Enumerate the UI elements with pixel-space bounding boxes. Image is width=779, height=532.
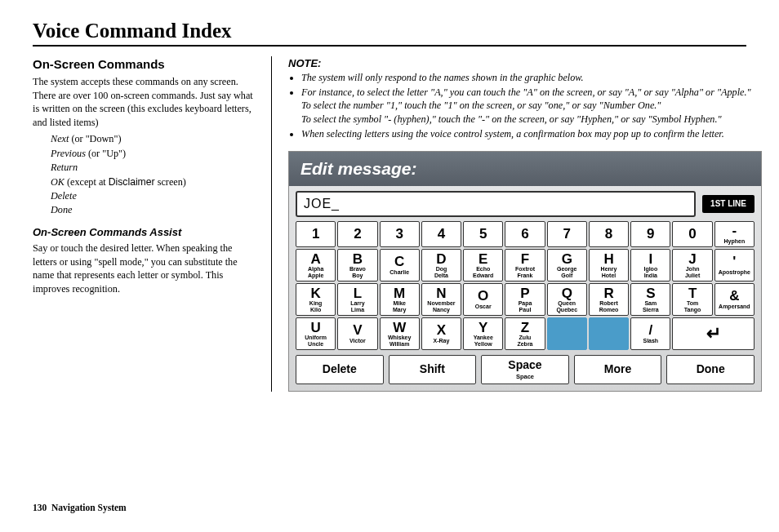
key-9[interactable]: 9 <box>630 221 670 247</box>
assist-heading: On-Screen Commands Assist <box>33 225 253 240</box>
page-number: 130 <box>33 503 47 512</box>
key-e[interactable]: EEcho Edward <box>463 249 503 282</box>
edit-message-screen: Edit message: JOE_ 1ST LINE 1234567890-H… <box>288 151 762 392</box>
key-n[interactable]: NNovember Nancy <box>421 283 461 316</box>
bullet-2: For instance, to select the letter "A," … <box>301 86 762 126</box>
page-footer: 130 Navigation System <box>33 503 127 512</box>
key-hyphen[interactable]: -Hyphen <box>714 221 755 247</box>
bottom-row: DeleteShiftSpaceSpaceMoreDone <box>296 355 755 384</box>
letter-row-3: UUniform UncleVVictorWWhiskey WilliamXX-… <box>296 317 755 350</box>
key-8[interactable]: 8 <box>589 221 629 247</box>
left-column: On-Screen Commands The system accepts th… <box>33 56 253 392</box>
btn-shift[interactable]: Shift <box>389 355 477 384</box>
btn-more[interactable]: More <box>574 355 662 384</box>
key-i[interactable]: IIgloo India <box>630 249 670 282</box>
screen-title: Edit message: <box>289 152 761 186</box>
key-blank <box>547 317 587 350</box>
btn-done[interactable]: Done <box>666 355 755 384</box>
key-o[interactable]: OOscar <box>463 283 503 316</box>
key-y[interactable]: YYankee Yellow <box>463 317 503 350</box>
bullet-3: When selecting letters using the voice c… <box>301 127 762 140</box>
letter-row-2: KKing KiloLLarry LimaMMike MaryNNovember… <box>296 283 755 316</box>
key-l[interactable]: LLarry Lima <box>337 283 377 316</box>
key-p[interactable]: PPapa Paul <box>505 283 545 316</box>
key-slash[interactable]: /Slash <box>630 317 670 350</box>
footer-label: Navigation System <box>51 503 127 512</box>
key-0[interactable]: 0 <box>672 221 712 247</box>
key-j[interactable]: JJohn Juliet <box>672 249 712 282</box>
key-'[interactable]: 'Apostrophe <box>714 249 755 282</box>
key-t[interactable]: TTom Tango <box>672 283 712 316</box>
key-s[interactable]: SSam Sierra <box>630 283 670 316</box>
key-k[interactable]: KKing Kilo <box>296 283 336 316</box>
key-z[interactable]: ZZulu Zebra <box>505 317 545 350</box>
assist-body: Say or touch the desired letter. When sp… <box>33 242 253 295</box>
key-f[interactable]: FFoxtrot Frank <box>505 249 545 282</box>
key-2[interactable]: 2 <box>337 221 377 247</box>
key-r[interactable]: RRobert Romeo <box>589 283 629 316</box>
page-title: Voice Command Index <box>33 20 746 47</box>
key-a[interactable]: AAlpha Apple <box>296 249 336 282</box>
key-3[interactable]: 3 <box>380 221 420 247</box>
key-blank <box>589 317 629 350</box>
number-row: 1234567890-Hyphen <box>296 221 755 247</box>
letter-row-1: AAlpha AppleBBravo BoyCCharlieDDog Delta… <box>296 249 755 282</box>
key-v[interactable]: VVictor <box>337 317 377 350</box>
key-m[interactable]: MMike Mary <box>380 283 420 316</box>
key-u[interactable]: UUniform Uncle <box>296 317 336 350</box>
key-4[interactable]: 4 <box>421 221 461 247</box>
key-g[interactable]: GGeorge Golf <box>547 249 587 282</box>
line-badge[interactable]: 1ST LINE <box>702 195 755 213</box>
btn-delete[interactable]: Delete <box>296 355 384 384</box>
onscreen-body: The system accepts these commands on any… <box>33 75 253 129</box>
key-5[interactable]: 5 <box>463 221 503 247</box>
key-h[interactable]: HHenry Hotel <box>589 249 629 282</box>
right-column: NOTE: The system will only respond to th… <box>271 56 762 392</box>
key-enter[interactable]: ↵ <box>672 317 755 350</box>
key-q[interactable]: QQueen Quebec <box>547 283 587 316</box>
note-label: NOTE: <box>288 56 762 71</box>
key-d[interactable]: DDog Delta <box>421 249 461 282</box>
command-list: Next (or "Down") Previous (or "Up") Retu… <box>51 132 253 217</box>
key-x[interactable]: XX-Ray <box>421 317 461 350</box>
note-bullets: The system will only respond to the name… <box>296 71 762 141</box>
key-b[interactable]: BBravo Boy <box>337 249 377 282</box>
btn-space[interactable]: SpaceSpace <box>481 355 569 384</box>
key-c[interactable]: CCharlie <box>380 249 420 282</box>
key-w[interactable]: WWhiskey William <box>380 317 420 350</box>
key-7[interactable]: 7 <box>547 221 587 247</box>
key-&[interactable]: &Ampersand <box>714 283 755 316</box>
bullet-1: The system will only respond to the name… <box>301 71 762 84</box>
onscreen-heading: On-Screen Commands <box>33 56 253 73</box>
key-1[interactable]: 1 <box>296 221 336 247</box>
key-6[interactable]: 6 <box>505 221 545 247</box>
message-input[interactable]: JOE_ <box>296 191 696 217</box>
